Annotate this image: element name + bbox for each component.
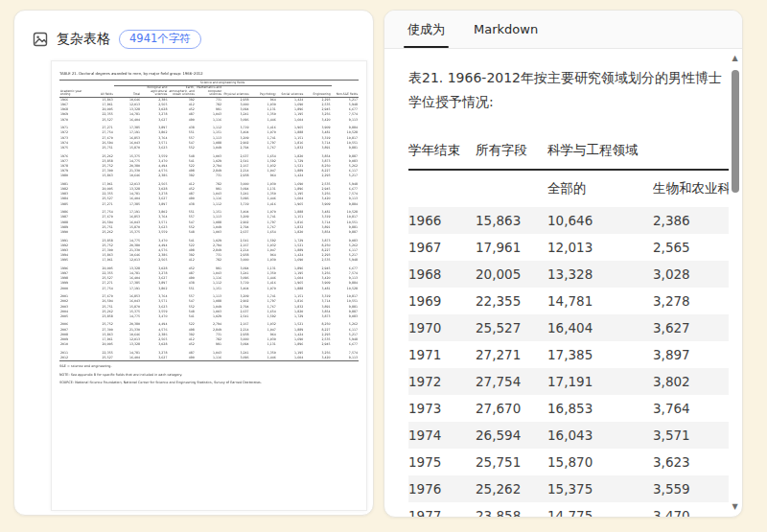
source-panel: 复杂表格 4941个字符 TABLE 21. Doctoral degrees … — [13, 10, 374, 516]
markdown-content: 表21. 1966-2012年按主要研究领域划分的男性博士学位授予情况: 学年结… — [384, 50, 729, 517]
col-header-year: 学年结束 — [408, 136, 476, 170]
image-icon — [33, 32, 48, 47]
table-cell: 3,571 — [653, 422, 729, 449]
table-cell: 27,271 — [476, 341, 547, 368]
scan-table-row: 201225,52716,4043,6274901,1163,0961,4461… — [59, 356, 359, 360]
scrollbar-up-arrow-icon[interactable]: ▲ — [729, 53, 741, 64]
scrollbar-thumb[interactable] — [732, 70, 739, 193]
table-cell: 20,005 — [476, 261, 547, 288]
table-cell: 3,764 — [653, 395, 729, 422]
table-cell: 2,565 — [653, 234, 729, 261]
scrollbar-down-arrow-icon[interactable]: ▼ — [729, 501, 741, 513]
table-cell: 27,670 — [476, 395, 547, 422]
table-cell: 1971 — [408, 341, 476, 368]
table-cell: 27,754 — [476, 368, 547, 395]
table-row: 196717,96112,0132,565 — [408, 234, 729, 261]
table-cell: 23,858 — [476, 502, 547, 517]
table-cell: 16,043 — [547, 422, 653, 449]
table-cell: 12,013 — [547, 234, 653, 261]
tab-convert-to-label: 使成为 — [407, 21, 445, 38]
table-cell: 26,594 — [476, 422, 547, 449]
table-row: 197625,26215,3753,559 — [408, 475, 729, 502]
table-cell: 15,375 — [547, 475, 653, 502]
table-cell: 13,328 — [547, 261, 653, 288]
char-count-badge: 4941个字符 — [119, 30, 201, 50]
table-cell: 15,870 — [547, 449, 653, 475]
tab-bar: 使成为 Markdown — [384, 11, 742, 49]
table-cell: 2,386 — [653, 207, 729, 234]
table-cell: 3,802 — [653, 368, 729, 395]
table-cell: 3,559 — [653, 475, 729, 502]
document-scan-preview: TABLE 21. Doctoral degrees awarded to me… — [51, 60, 367, 511]
scan-footnote: SOURCE: National Science Foundation, Nat… — [59, 381, 359, 384]
table-cell: 3,028 — [653, 261, 729, 288]
table-cell: 25,751 — [476, 449, 547, 475]
col-subheader-total: 全部的 — [547, 170, 653, 207]
table-row: 196922,35514,7813,278 — [408, 288, 729, 314]
table-row: 197227,75417,1913,802 — [408, 368, 729, 395]
table-cell: 1970 — [408, 314, 476, 341]
table-cell: 1966 — [408, 207, 476, 234]
conversion-panel: 使成为 Markdown 表21. 1966-2012年按主要研究领域划分的男性… — [384, 10, 743, 518]
markdown-table-header-row1: 学年结束 所有字段 科学与工程领域 — [408, 136, 729, 170]
col-subheader-bio-agri: 生物和农业科学 — [653, 170, 729, 207]
table-cell: 16,853 — [547, 395, 653, 422]
table-cell: 10,646 — [547, 207, 653, 234]
table-cell: 1975 — [408, 449, 476, 475]
table-row: 197525,75115,8703,623 — [408, 449, 729, 475]
table-row: 197426,59416,0433,571 — [408, 422, 729, 449]
table-cell: 3,470 — [653, 502, 729, 517]
table-cell: 16,404 — [547, 314, 653, 341]
table-row: 196615,86310,6462,386 — [408, 207, 729, 234]
scan-column-header-row: Academic year endingAll fieldsTotalBiolo… — [59, 85, 359, 98]
table-cell: 25,262 — [476, 475, 547, 502]
table-cell: 3,623 — [653, 449, 729, 475]
scan-footnotes: S&E = science and engineering. NOTE: See… — [59, 364, 359, 384]
table-cell: 1968 — [408, 261, 476, 288]
scan-footnote: S&E = science and engineering. — [59, 364, 359, 368]
table-cell: 1969 — [408, 288, 476, 314]
table-cell: 22,355 — [476, 288, 547, 314]
table-cell: 1976 — [408, 475, 476, 502]
table-cell: 3,627 — [653, 314, 729, 341]
col-header-sci-eng: 科学与工程领域 — [547, 136, 729, 170]
scan-table: Science and engineering fieldsAcademic y… — [59, 80, 359, 361]
col-subheader-blank — [476, 170, 547, 207]
table-cell: 14,775 — [547, 502, 653, 517]
table-cell: 14,781 — [547, 288, 653, 314]
table-cell: 25,527 — [476, 314, 547, 341]
table-cell: 17,385 — [547, 341, 653, 368]
source-title: 复杂表格 — [57, 31, 110, 48]
table-cell: 15,863 — [476, 207, 547, 234]
scan-footnote: NOTE: See appendix B for specific fields… — [59, 373, 359, 377]
markdown-table: 学年结束 所有字段 科学与工程领域 全部的 生物和农业科学 196615,863… — [408, 136, 729, 517]
markdown-table-header-row2: 全部的 生物和农业科学 — [408, 170, 729, 207]
col-subheader-blank — [408, 170, 476, 207]
table-row: 197127,27117,3853,897 — [408, 341, 729, 368]
table-row: 196820,00513,3283,028 — [408, 261, 729, 288]
table-cell: 17,961 — [476, 234, 547, 261]
markdown-table-caption: 表21. 1966-2012年按主要研究领域划分的男性博士学位授予情况: — [408, 66, 725, 113]
tab-convert-to[interactable]: 使成为 — [407, 11, 445, 48]
tab-markdown-label: Markdown — [474, 22, 538, 36]
table-cell: 17,191 — [547, 368, 653, 395]
table-row: 197025,52716,4043,627 — [408, 314, 729, 341]
table-cell: 1972 — [408, 368, 476, 395]
vertical-scrollbar: ▲ ▼ — [729, 51, 741, 515]
table-cell: 3,897 — [653, 341, 729, 368]
table-cell: 1977 — [408, 502, 476, 517]
scan-table-title: TABLE 21. Doctoral degrees awarded to me… — [59, 71, 359, 76]
source-panel-header: 复杂表格 4941个字符 — [14, 11, 373, 51]
table-row: 197327,67016,8533,764 — [408, 395, 729, 422]
table-cell: 1973 — [408, 395, 476, 422]
tab-markdown[interactable]: Markdown — [474, 11, 538, 48]
table-cell: 3,278 — [653, 288, 729, 314]
table-cell: 1967 — [408, 234, 476, 261]
table-cell: 1974 — [408, 422, 476, 449]
table-row: 197723,85814,7753,470 — [408, 502, 729, 517]
col-header-all-fields: 所有字段 — [476, 136, 547, 170]
